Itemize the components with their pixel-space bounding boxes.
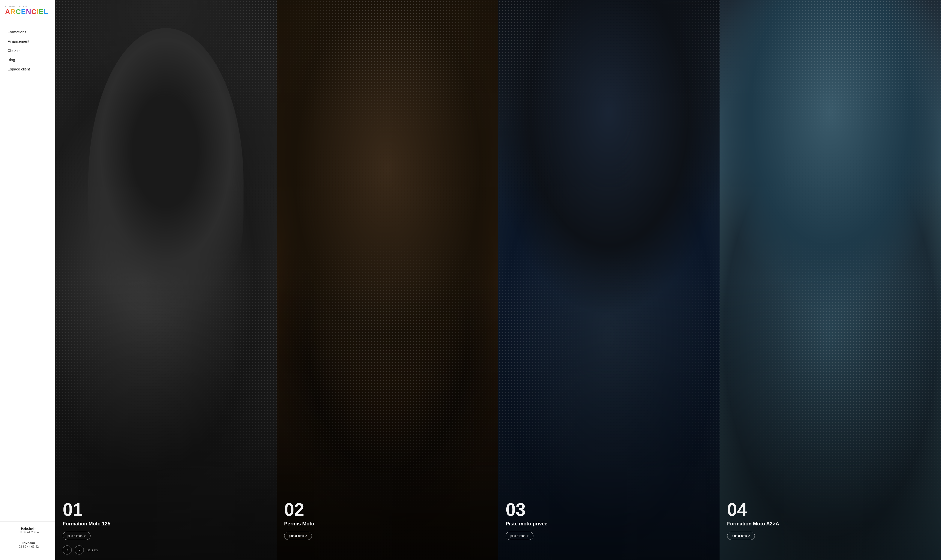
panel-1-btn[interactable]: plus d'infos > <box>63 532 91 540</box>
slider-prev-btn[interactable]: ‹ <box>63 545 72 554</box>
panel-4-btn-arrow: > <box>748 534 750 538</box>
panel-3-btn-label: plus d'infos <box>510 534 525 538</box>
panel-4-btn-label: plus d'infos <box>732 534 747 538</box>
rixheim-phone: 03 89 44 03 42 <box>8 545 50 548</box>
habsheim-name: Habsheim <box>8 527 50 531</box>
panel-2-btn-arrow: > <box>305 534 308 538</box>
panel-1-number: 01 <box>63 501 110 518</box>
slider-panels: 01 Formation Moto 125 plus d'infos > 02 … <box>55 0 941 560</box>
sidebar: AUTOMOTOCOLE ARCENCIEL Formations Financ… <box>0 0 55 560</box>
nav-blog[interactable]: Blog <box>8 55 48 64</box>
panel-1-btn-arrow: > <box>84 534 86 538</box>
panel-3-btn[interactable]: plus d'infos > <box>506 532 533 540</box>
location-habsheim: Habsheim 03 89 44 23 54 <box>8 527 50 537</box>
logo: AUTOMOTOCOLE ARCENCIEL <box>0 0 55 23</box>
panel-3-btn-arrow: > <box>527 534 529 538</box>
panel-3-number: 03 <box>506 501 547 518</box>
habsheim-phone: 03 89 44 23 54 <box>8 531 50 537</box>
panel-2-btn[interactable]: plus d'infos > <box>284 532 312 540</box>
panel-1-title: Formation Moto 125 <box>63 521 110 527</box>
panel-4-number: 04 <box>727 501 779 518</box>
panel-4-content: 04 Formation Moto A2>A plus d'infos > <box>727 501 779 540</box>
main-content: 01 Formation Moto 125 plus d'infos > 02 … <box>55 0 941 560</box>
nav-financement[interactable]: Financement <box>8 37 48 45</box>
panel-4-btn[interactable]: plus d'infos > <box>727 532 755 540</box>
panel-4-title: Formation Moto A2>A <box>727 521 779 527</box>
logo-name: ARCENCIEL <box>5 8 50 15</box>
panel-2-btn-label: plus d'infos <box>289 534 304 538</box>
slider-controls: ‹ › 01 / 09 <box>63 545 99 554</box>
slider-next-btn[interactable]: › <box>75 545 84 554</box>
panel-2-title: Permis Moto <box>284 521 314 527</box>
panel-1[interactable]: 01 Formation Moto 125 plus d'infos > <box>55 0 277 560</box>
panel-4[interactable]: 04 Formation Moto A2>A plus d'infos > <box>719 0 941 560</box>
slider-total: 09 <box>94 548 98 552</box>
location-rixheim: Rixheim 03 89 44 03 42 <box>8 541 50 548</box>
slider-current: 01 <box>87 548 91 552</box>
main-nav: Formations Financement Chez nous Blog Es… <box>0 23 55 522</box>
logo-subtitle: AUTOMOTOCOLE <box>5 6 50 8</box>
panel-2-number: 02 <box>284 501 314 518</box>
panel-3-content: 03 Piste moto privée plus d'infos > <box>506 501 547 540</box>
rixheim-name: Rixheim <box>8 541 50 545</box>
panel-2-content: 02 Permis Moto plus d'infos > <box>284 501 314 540</box>
panel-1-content: 01 Formation Moto 125 plus d'infos > <box>63 501 110 540</box>
panel-3-title: Piste moto privée <box>506 521 547 527</box>
nav-espace-client[interactable]: Espace client <box>8 65 48 73</box>
panel-3[interactable]: 03 Piste moto privée plus d'infos > <box>498 0 719 560</box>
sidebar-footer: Habsheim 03 89 44 23 54 Rixheim 03 89 44… <box>0 522 55 560</box>
panel-2[interactable]: 02 Permis Moto plus d'infos > <box>277 0 498 560</box>
nav-chez-nous[interactable]: Chez nous <box>8 46 48 55</box>
slider-separator: / <box>92 548 94 552</box>
panel-1-btn-label: plus d'infos <box>68 534 83 538</box>
slider-counter: 01 / 09 <box>87 548 99 552</box>
nav-formations[interactable]: Formations <box>8 28 48 36</box>
